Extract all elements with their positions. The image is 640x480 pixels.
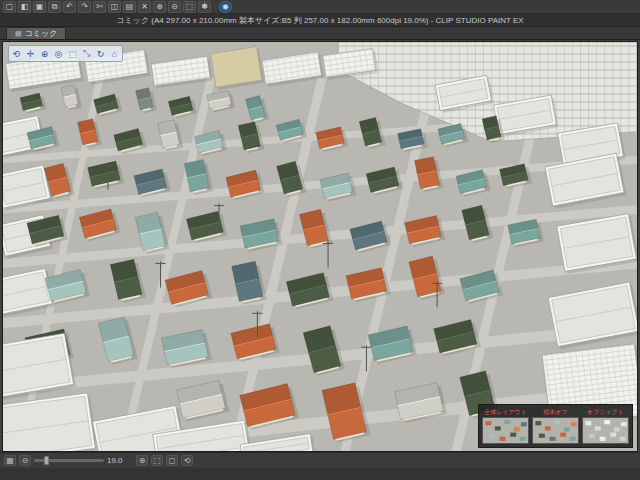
main-toolbar: ▢◧▣⧉↶↷✄◫▤✕⊕⊖⬚✱◉: [0, 0, 640, 14]
preset-thumbnail-image: [533, 418, 578, 443]
preset-item-2[interactable]: 樹木オフ: [532, 408, 579, 444]
canvas-tab-label: コミック: [25, 28, 58, 39]
3d-camera-toolbar: ⟲✛⊕◎⬚⤡↻⌂: [8, 45, 123, 62]
clip-studio-logo[interactable]: ◉: [219, 1, 232, 13]
canvas-status-bar: ▦⊖ 19.0 ⊕⬚◻⟲: [0, 452, 640, 468]
title-bar: コミック (A4 297.00 x 210.00mm 製本サイズ:B5 判 25…: [0, 14, 640, 27]
canvas-viewport: ⟲✛⊕◎⬚⤡↻⌂ 全体レイアウト樹木オフオブジェクト: [2, 41, 638, 452]
camera-pan-icon[interactable]: ✛: [24, 47, 37, 60]
zoom-in-icon[interactable]: ⊕: [153, 1, 166, 13]
delete-icon[interactable]: ✕: [138, 1, 151, 13]
home-view-icon[interactable]: ⌂: [108, 47, 121, 60]
camera-roll-icon[interactable]: ◎: [52, 47, 65, 60]
zoom-out-icon[interactable]: ⊖: [19, 455, 31, 466]
preset-thumbnail: [582, 417, 629, 444]
zoom-slider-thumb[interactable]: [44, 456, 49, 465]
object-rotate-icon[interactable]: ↻: [94, 47, 107, 60]
preset-item-1[interactable]: 全体レイアウト: [482, 408, 529, 444]
save-all-icon[interactable]: ⧉: [48, 1, 61, 13]
preset-thumbnail: [532, 417, 579, 444]
preset-label: オブジェクト: [582, 408, 629, 417]
undo-icon[interactable]: ↶: [63, 1, 76, 13]
zoom-value: 19.0: [107, 456, 133, 465]
camera-zoom-icon[interactable]: ⊕: [38, 47, 51, 60]
copy-icon[interactable]: ◫: [108, 1, 121, 13]
open-file-icon[interactable]: ◧: [18, 1, 31, 13]
zoom-slider[interactable]: [34, 459, 104, 462]
object-move-icon[interactable]: ⤡: [80, 47, 93, 60]
redo-icon[interactable]: ↷: [78, 1, 91, 13]
statusbar-left-icons: ▦⊖: [4, 455, 31, 466]
cut-icon[interactable]: ✄: [93, 1, 106, 13]
zoom-in-icon[interactable]: ⊕: [136, 455, 148, 466]
preset-thumbnail-image: [483, 418, 528, 443]
actual-size-icon[interactable]: ◻: [166, 455, 178, 466]
3d-preset-panel: 全体レイアウト樹木オフオブジェクト: [478, 404, 633, 448]
preset-item-3[interactable]: オブジェクト: [582, 408, 629, 444]
object-select-icon[interactable]: ⬚: [66, 47, 79, 60]
document-icon: ▤: [15, 30, 22, 38]
fit-screen-icon[interactable]: ⬚: [183, 1, 196, 13]
statusbar-right-icons: ⊕⬚◻⟲: [136, 455, 193, 466]
canvas-tab-comic[interactable]: ▤ コミック: [6, 27, 66, 39]
rotate-reset-icon[interactable]: ⟲: [181, 455, 193, 466]
preset-thumbnail-image: [583, 418, 628, 443]
zoom-out-icon[interactable]: ⊖: [168, 1, 181, 13]
clip-studio-window: ▢◧▣⧉↶↷✄◫▤✕⊕⊖⬚✱◉ コミック (A4 297.00 x 210.00…: [0, 0, 640, 480]
navigator-toggle-icon[interactable]: ▦: [4, 455, 16, 466]
preset-label: 樹木オフ: [532, 408, 579, 417]
3d-scene-canvas[interactable]: [3, 42, 637, 451]
camera-rotate-icon[interactable]: ⟲: [10, 47, 23, 60]
window-title: コミック (A4 297.00 x 210.00mm 製本サイズ:B5 判 25…: [116, 15, 523, 26]
save-icon[interactable]: ▣: [33, 1, 46, 13]
window-bottom-edge: [0, 468, 640, 480]
preset-label: 全体レイアウト: [482, 408, 529, 417]
new-file-icon[interactable]: ▢: [3, 1, 16, 13]
preset-thumbnail: [482, 417, 529, 444]
paste-icon[interactable]: ▤: [123, 1, 136, 13]
fit-screen-icon[interactable]: ⬚: [151, 455, 163, 466]
canvas-tab-bar: ▤ コミック: [0, 27, 640, 40]
settings-icon[interactable]: ✱: [198, 1, 211, 13]
